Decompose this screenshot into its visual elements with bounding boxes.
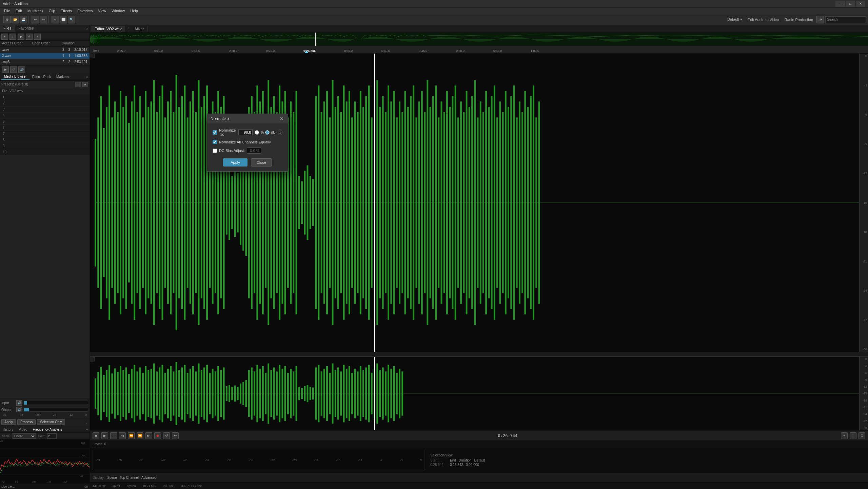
advanced-label[interactable]: Advanced <box>141 476 156 480</box>
effect-slot-3[interactable]: 3 <box>0 106 90 113</box>
normalize-to-checkbox[interactable] <box>213 130 217 135</box>
dialog-close-x[interactable]: ✕ <box>279 116 284 121</box>
minimize-button[interactable]: — <box>835 1 845 7</box>
files-toolbar-import[interactable]: ↓ <box>9 34 16 40</box>
tab-media-browser[interactable]: Media Browser <box>1 74 29 80</box>
hold-input[interactable] <box>47 433 57 439</box>
transport-rewind[interactable]: ⏪ <box>128 432 135 439</box>
mini-play[interactable]: ▶ <box>2 66 9 73</box>
mini-vol[interactable]: 🔊 <box>18 66 25 73</box>
transport-goto-end[interactable]: ⏭ <box>145 432 152 439</box>
toolbar-open[interactable]: 📂 <box>12 16 19 23</box>
workspace-options[interactable]: ≫ <box>816 16 824 23</box>
effect-slot-8[interactable]: 8 <box>0 137 90 143</box>
waveform-display-top[interactable]: 0 -3 -6 -9 -12 -15 -18 -21 -24 -27 -30 <box>90 54 868 352</box>
workspace-radio[interactable]: Radio Production <box>783 18 815 22</box>
tab-effects-pack[interactable]: Effects Pack <box>29 74 54 79</box>
menu-clip[interactable]: Clip <box>46 8 58 14</box>
tab-favorites[interactable]: Favorites <box>15 25 37 32</box>
file-item-wav1[interactable]: .wav 3 3 2:10.018 <box>0 47 90 53</box>
transport-stop[interactable]: ■ <box>93 432 99 439</box>
toolbar-redo[interactable]: ↪ <box>40 16 47 23</box>
normalize-info-button[interactable]: ℹ <box>278 129 282 135</box>
effect-slot-6[interactable]: 6 <box>0 125 90 131</box>
zoom-out[interactable]: - <box>850 432 856 439</box>
effects-expand[interactable]: » <box>86 75 88 79</box>
tab-history[interactable]: History <box>1 427 15 432</box>
normalize-db-radio[interactable] <box>265 130 270 135</box>
output-icon[interactable]: 🔊 <box>16 407 22 412</box>
apply-button[interactable]: Apply <box>223 158 248 167</box>
top-channel-label[interactable]: Top Channel <box>120 476 139 480</box>
input-icon[interactable]: 🔊 <box>16 400 22 406</box>
effect-slot-1[interactable]: 1 <box>0 94 90 100</box>
close-button[interactable]: ✕ <box>856 1 865 7</box>
effect-slot-5[interactable]: 5 <box>0 119 90 125</box>
tab-freq-analysis[interactable]: Frequency Analysis <box>32 427 64 432</box>
process-button[interactable]: Process <box>17 419 36 425</box>
dialog-titlebar[interactable]: Normalize ✕ <box>207 114 288 123</box>
process-options[interactable]: ⋮ <box>85 420 88 424</box>
menu-file[interactable]: File <box>1 8 13 14</box>
apply-button-left[interactable]: Apply <box>1 419 16 425</box>
maximize-button[interactable]: □ <box>846 1 855 7</box>
dc-bias-input[interactable] <box>247 148 261 154</box>
files-toolbar-vol[interactable]: ♪ <box>34 34 41 40</box>
transport-pause[interactable]: ⏸ <box>110 432 117 439</box>
transport-loop[interactable]: ↺ <box>163 432 170 439</box>
tab-video[interactable]: Video <box>17 427 28 432</box>
transport-goto-start[interactable]: ⏮ <box>119 432 126 439</box>
tab-files[interactable]: Files <box>0 25 15 32</box>
workspace-default[interactable]: Default ▾ <box>725 17 744 22</box>
presets-down[interactable]: ↓ <box>75 82 81 87</box>
dc-bias-checkbox[interactable] <box>213 149 217 153</box>
left-panel-expand[interactable]: » <box>86 27 88 31</box>
effect-slot-7[interactable]: 7 <box>0 131 90 137</box>
files-toolbar-loop[interactable]: ↺ <box>26 34 33 40</box>
tab-editor-vo2[interactable]: Editor: VO2.wav <box>91 26 125 32</box>
waveform-display-bottom[interactable]: 0 -3 -6 -9 -12 -15 -18 -21 -24 -27 -30 <box>90 356 868 430</box>
bottom-panel-expand[interactable]: ≡ <box>86 428 88 431</box>
transport-play[interactable]: ▶ <box>101 432 108 439</box>
zoom-fit[interactable]: ⊡ <box>859 432 865 439</box>
menu-window[interactable]: Window <box>109 8 127 14</box>
menu-effects[interactable]: Effects <box>58 8 75 14</box>
waveform-overview[interactable]: // Generate waveform bars <box>90 33 868 46</box>
menu-help[interactable]: Help <box>127 8 141 14</box>
workspace-edit-audio[interactable]: Edit Audio to Video <box>746 18 781 22</box>
effect-slot-9[interactable]: 9 <box>0 143 90 149</box>
horizontal-scrollbar[interactable] <box>90 352 868 356</box>
toolbar-marquee[interactable]: ⬜ <box>60 16 67 23</box>
file-item-wav2[interactable]: 2.wav 1 1 1:00.686 <box>0 53 90 59</box>
file-item-mp3[interactable]: .mp3 2 2 2:53.191 <box>0 59 90 65</box>
effect-slot-2[interactable]: 2 <box>0 100 90 106</box>
search-input[interactable] <box>825 16 866 23</box>
mini-loop[interactable]: ↺ <box>10 66 17 73</box>
zoom-in[interactable]: + <box>841 432 848 439</box>
selection-only-button[interactable]: Selection Only <box>37 419 65 425</box>
transport-return-to-start[interactable]: ↩ <box>172 432 179 439</box>
files-toolbar-new[interactable]: + <box>1 34 8 40</box>
effect-slot-4[interactable]: 4 <box>0 113 90 119</box>
close-dialog-button[interactable]: Close <box>251 158 272 167</box>
toolbar-zoom[interactable]: 🔍 <box>68 16 75 23</box>
normalize-percent-radio[interactable] <box>255 130 259 135</box>
normalize-to-input[interactable] <box>238 129 253 135</box>
files-toolbar-play[interactable]: ▶ <box>18 34 24 40</box>
menu-favorites[interactable]: Favorites <box>75 8 95 14</box>
toolbar-undo[interactable]: ↩ <box>32 16 39 23</box>
toolbar-save[interactable]: 💾 <box>20 16 27 23</box>
presets-star[interactable]: ★ <box>82 82 88 87</box>
toolbar-select[interactable]: ↖ <box>52 16 59 23</box>
transport-forward[interactable]: ⏩ <box>137 432 143 439</box>
normalize-all-channels-checkbox[interactable] <box>213 140 217 144</box>
scene-label[interactable]: Scene <box>107 476 117 480</box>
toolbar-new[interactable]: ⊕ <box>3 16 11 23</box>
menu-view[interactable]: View <box>95 8 109 14</box>
menu-edit[interactable]: Edit <box>13 8 25 14</box>
scale-select[interactable]: Linear Logarithmic <box>13 433 36 439</box>
editor-tab-options[interactable]: ⋮ <box>125 27 131 31</box>
menu-multitrack[interactable]: Multitrack <box>25 8 46 14</box>
effect-slot-10[interactable]: 10 <box>0 149 90 155</box>
transport-record[interactable]: ⏺ <box>154 432 161 439</box>
